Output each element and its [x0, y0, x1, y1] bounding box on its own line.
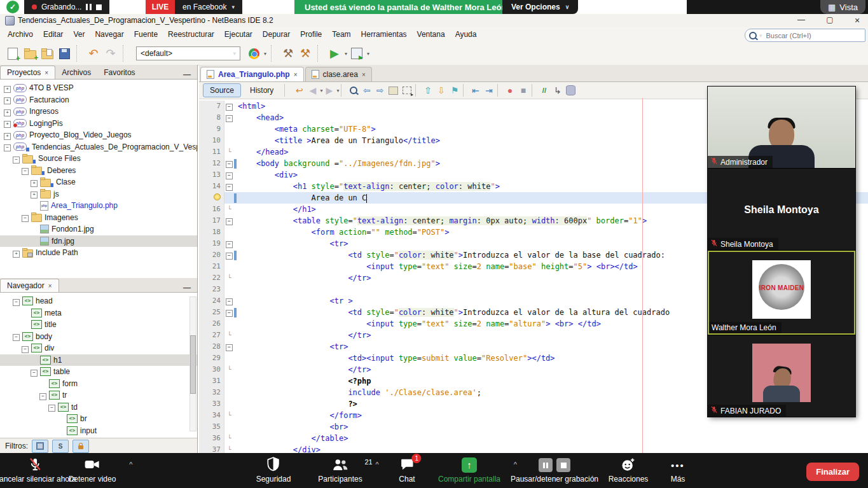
browser-chrome-icon[interactable]	[246, 46, 261, 61]
tab-archivos[interactable]: Archivos	[55, 66, 97, 79]
build-icon[interactable]: ⚒	[280, 46, 296, 61]
finalizar-button[interactable]: Finalizar	[806, 463, 859, 481]
projects-tree[interactable]: +php4TO B VESP+phpFacturacion+phpIngreso…	[0, 80, 197, 278]
menu-item-fuente[interactable]: Fuente	[129, 28, 163, 41]
tree-item-fondon1-jpg[interactable]: Fondon1.jpg	[0, 223, 197, 235]
collapse-icon[interactable]: −	[13, 296, 20, 306]
stop-recording-icon[interactable]	[556, 458, 570, 472]
tree-item-ingresos[interactable]: +phpIngresos	[0, 106, 197, 118]
expand-icon[interactable]: +	[4, 130, 11, 140]
tree-item-table[interactable]: −<>table	[0, 366, 197, 378]
menu-item-navegar[interactable]: Navegar	[90, 28, 128, 41]
filter-fields-button[interactable]	[32, 440, 48, 453]
recording-button[interactable]: Pausar/detener grabación	[511, 457, 598, 484]
menu-item-ver[interactable]: Ver	[68, 28, 90, 41]
participants-button[interactable]: 21^Participantes	[318, 457, 362, 484]
close-icon[interactable]: ×	[48, 282, 52, 289]
tree-item-js[interactable]: +js	[0, 188, 197, 200]
chevron-down-icon[interactable]: ▾	[336, 88, 339, 94]
prev-bookmark-icon[interactable]: ⇧	[421, 84, 434, 97]
fold-collapse-icon[interactable]: −	[224, 341, 234, 352]
share-screen-button[interactable]: ↑^Compartir pantalla	[438, 457, 500, 484]
expand-icon[interactable]: +	[4, 95, 11, 104]
fold-collapse-icon[interactable]: −	[224, 295, 234, 307]
close-button[interactable]: ×	[848, 15, 867, 25]
tree-item-br[interactable]: <>br	[0, 413, 197, 425]
back-icon[interactable]: ◀	[306, 84, 319, 97]
navigator-scrollbar[interactable]	[189, 296, 196, 431]
close-icon[interactable]: ×	[362, 71, 366, 78]
tree-item-deberes[interactable]: −Deberes	[0, 165, 197, 177]
fold-collapse-icon[interactable]: −	[224, 307, 234, 318]
fold-collapse-icon[interactable]: −	[224, 112, 234, 123]
tree-item-logingpis[interactable]: +phpLogingPis	[0, 118, 197, 130]
live-target[interactable]: en Facebook ▾	[175, 0, 242, 14]
save-all-icon[interactable]	[57, 46, 72, 61]
clean-build-icon[interactable]: ⚒	[298, 46, 313, 61]
tree-item-title[interactable]: <>title	[0, 319, 197, 331]
security-button[interactable]: Seguridad	[256, 457, 291, 484]
tab-proyectos[interactable]: Proyectos×	[0, 66, 55, 79]
shift-right-icon[interactable]: ⇥	[482, 84, 495, 97]
menu-item-ejecutar[interactable]: Ejecutar	[219, 28, 258, 41]
new-file-icon[interactable]	[5, 46, 20, 61]
run-icon[interactable]: ▶	[327, 46, 342, 61]
find-selection-icon[interactable]	[347, 84, 360, 97]
tree-item-input[interactable]: <>input	[0, 425, 197, 437]
close-icon[interactable]: ×	[45, 69, 48, 76]
filter-static-button[interactable]: S	[52, 440, 69, 453]
minimize-button[interactable]: —	[792, 15, 811, 24]
expand-icon[interactable]: +	[4, 83, 11, 93]
toggle-highlight-icon[interactable]	[387, 84, 400, 97]
search-box[interactable]: ▾	[745, 29, 865, 42]
fold-collapse-icon[interactable]: −	[224, 215, 234, 227]
vista-button[interactable]: ▦ Vista	[820, 0, 865, 14]
redo-icon[interactable]: ↷	[103, 46, 118, 61]
shift-left-icon[interactable]: ⇤	[469, 84, 482, 97]
tree-item-area-triangulo-php[interactable]: Area_Triangulo.php	[0, 200, 197, 212]
expand-icon[interactable]: +	[4, 107, 11, 116]
new-project-icon[interactable]	[22, 46, 38, 61]
reactions-button[interactable]: Reacciones	[609, 457, 649, 484]
participant-tile-sheila-montoya[interactable]: Sheila MontoyaSheila Montoya	[708, 169, 855, 250]
undo-icon[interactable]: ↶	[86, 46, 101, 61]
tree-item-fdn-jpg[interactable]: fdn.jpg	[0, 235, 197, 247]
tree-item-div[interactable]: −<>div	[0, 342, 197, 354]
collapse-icon[interactable]: −	[31, 367, 38, 377]
fold-collapse-icon[interactable]: −	[224, 158, 234, 169]
collapse-icon[interactable]: −	[13, 331, 20, 341]
chevron-down-icon[interactable]: ▾	[367, 51, 369, 57]
fold-collapse-icon[interactable]: −	[224, 169, 234, 181]
fold-collapse-icon[interactable]: −	[224, 181, 234, 192]
maximize-button[interactable]: ▢	[820, 15, 839, 24]
navigator-tree[interactable]: −<>head<>meta<>title−<>body−<>div<>h1−<>…	[0, 293, 197, 438]
indent-icon[interactable]: ↳	[551, 84, 564, 97]
fold-collapse-icon[interactable]: −	[224, 101, 234, 112]
record-macro-icon[interactable]: ●	[503, 84, 516, 97]
tree-item-head[interactable]: −<>head	[0, 295, 197, 307]
collapse-icon[interactable]: −	[4, 142, 11, 151]
tree-item-body[interactable]: −<>body	[0, 331, 197, 343]
tab-navegador[interactable]: Navegador ×	[0, 279, 59, 292]
tree-item-proyecto-blog-video-juegos[interactable]: +phpProyecto_Blog_Video_Juegos	[0, 129, 197, 141]
menu-item-herramientas[interactable]: Herramientas	[356, 28, 412, 41]
chevron-up-icon[interactable]: ^	[376, 461, 379, 468]
tree-item-imagenes[interactable]: −Imagenes	[0, 212, 197, 224]
tab-favoritos[interactable]: Favoritos	[97, 66, 141, 79]
tree-item-4to-b-vesp[interactable]: +php4TO B VESP	[0, 82, 197, 94]
close-icon[interactable]: ×	[294, 71, 298, 78]
debug-icon[interactable]	[349, 46, 364, 61]
menu-item-editar[interactable]: Editar	[38, 28, 68, 41]
pause-recording-icon[interactable]	[539, 458, 553, 472]
chevron-down-icon[interactable]: ▾	[345, 51, 347, 57]
chevron-down-icon[interactable]: ▾	[264, 51, 266, 57]
tree-item-h1[interactable]: <>h1	[0, 354, 197, 366]
forward-icon[interactable]: ▶	[322, 84, 336, 97]
menu-item-profile[interactable]: Profile	[295, 28, 327, 41]
collapse-icon[interactable]: −	[22, 344, 29, 353]
collapse-icon[interactable]: −	[22, 213, 29, 222]
editor-tab-clase-area[interactable]: clase.area×	[305, 67, 372, 81]
chat-button[interactable]: 1Chat	[399, 457, 415, 484]
tree-item-tendencias-actuales-de-programacion-v-vespertino[interactable]: −phpTendencias_Actuales_De_Programacion_…	[0, 141, 197, 153]
expand-icon[interactable]: +	[4, 118, 11, 128]
